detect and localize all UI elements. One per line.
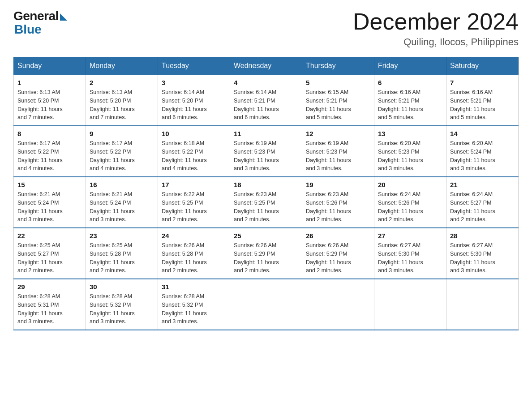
day-info: Sunrise: 6:26 AMSunset: 5:29 PMDaylight:… xyxy=(306,241,370,275)
day-info: Sunrise: 6:19 AMSunset: 5:23 PMDaylight:… xyxy=(234,139,298,173)
calendar-day-cell: 27Sunrise: 6:27 AMSunset: 5:30 PMDayligh… xyxy=(374,228,446,279)
calendar-day-cell: 26Sunrise: 6:26 AMSunset: 5:29 PMDayligh… xyxy=(302,228,374,279)
day-number: 16 xyxy=(90,181,154,188)
month-title: December 2024 xyxy=(353,9,519,34)
calendar-day-cell: 9Sunrise: 6:17 AMSunset: 5:22 PMDaylight… xyxy=(86,126,158,177)
day-info: Sunrise: 6:28 AMSunset: 5:32 PMDaylight:… xyxy=(162,292,226,326)
day-number: 5 xyxy=(306,79,370,86)
calendar-day-cell: 10Sunrise: 6:18 AMSunset: 5:22 PMDayligh… xyxy=(158,126,230,177)
day-info: Sunrise: 6:19 AMSunset: 5:23 PMDaylight:… xyxy=(306,139,370,173)
day-number: 20 xyxy=(378,181,442,188)
day-number: 18 xyxy=(234,181,298,188)
calendar-day-cell: 16Sunrise: 6:21 AMSunset: 5:24 PMDayligh… xyxy=(86,177,158,228)
calendar-week-row: 22Sunrise: 6:25 AMSunset: 5:27 PMDayligh… xyxy=(14,228,519,279)
calendar-day-header: Thursday xyxy=(302,57,374,75)
calendar-day-header: Saturday xyxy=(446,57,519,75)
calendar-day-cell: 4Sunrise: 6:14 AMSunset: 5:21 PMDaylight… xyxy=(230,75,302,126)
day-number: 4 xyxy=(234,79,298,86)
day-info: Sunrise: 6:21 AMSunset: 5:24 PMDaylight:… xyxy=(17,190,82,224)
calendar-header-row: SundayMondayTuesdayWednesdayThursdayFrid… xyxy=(14,57,519,75)
day-info: Sunrise: 6:23 AMSunset: 5:26 PMDaylight:… xyxy=(306,190,370,224)
day-number: 14 xyxy=(450,130,515,137)
day-info: Sunrise: 6:17 AMSunset: 5:22 PMDaylight:… xyxy=(90,139,154,173)
calendar-week-row: 29Sunrise: 6:28 AMSunset: 5:31 PMDayligh… xyxy=(14,279,519,330)
day-info: Sunrise: 6:16 AMSunset: 5:21 PMDaylight:… xyxy=(450,88,515,122)
day-number: 31 xyxy=(162,283,226,291)
calendar-day-cell: 8Sunrise: 6:17 AMSunset: 5:22 PMDaylight… xyxy=(14,126,86,177)
day-number: 30 xyxy=(90,283,154,291)
day-number: 12 xyxy=(306,130,370,137)
calendar-day-cell: 21Sunrise: 6:24 AMSunset: 5:27 PMDayligh… xyxy=(446,177,519,228)
day-number: 24 xyxy=(162,232,226,240)
calendar-day-cell: 22Sunrise: 6:25 AMSunset: 5:27 PMDayligh… xyxy=(14,228,86,279)
calendar-day-cell: 6Sunrise: 6:16 AMSunset: 5:21 PMDaylight… xyxy=(374,75,446,126)
calendar-day-cell: 14Sunrise: 6:20 AMSunset: 5:24 PMDayligh… xyxy=(446,126,519,177)
calendar-day-cell: 15Sunrise: 6:21 AMSunset: 5:24 PMDayligh… xyxy=(14,177,86,228)
day-info: Sunrise: 6:24 AMSunset: 5:26 PMDaylight:… xyxy=(378,190,442,224)
calendar-day-cell xyxy=(302,279,374,330)
calendar-day-cell: 31Sunrise: 6:28 AMSunset: 5:32 PMDayligh… xyxy=(158,279,230,330)
day-number: 17 xyxy=(162,181,226,188)
calendar-day-cell xyxy=(374,279,446,330)
day-info: Sunrise: 6:28 AMSunset: 5:31 PMDaylight:… xyxy=(17,292,82,326)
day-number: 26 xyxy=(306,232,370,240)
calendar-week-row: 8Sunrise: 6:17 AMSunset: 5:22 PMDaylight… xyxy=(14,126,519,177)
day-info: Sunrise: 6:22 AMSunset: 5:25 PMDaylight:… xyxy=(162,190,226,224)
day-number: 27 xyxy=(378,232,442,240)
calendar-day-cell: 23Sunrise: 6:25 AMSunset: 5:28 PMDayligh… xyxy=(86,228,158,279)
day-info: Sunrise: 6:13 AMSunset: 5:20 PMDaylight:… xyxy=(17,88,82,122)
day-info: Sunrise: 6:26 AMSunset: 5:29 PMDaylight:… xyxy=(234,241,298,275)
day-number: 1 xyxy=(17,79,82,86)
calendar-day-cell: 3Sunrise: 6:14 AMSunset: 5:20 PMDaylight… xyxy=(158,75,230,126)
day-info: Sunrise: 6:25 AMSunset: 5:28 PMDaylight:… xyxy=(90,241,154,275)
day-number: 23 xyxy=(90,232,154,240)
calendar-day-cell: 20Sunrise: 6:24 AMSunset: 5:26 PMDayligh… xyxy=(374,177,446,228)
title-section: December 2024 Quiling, Ilocos, Philippin… xyxy=(353,9,519,48)
day-info: Sunrise: 6:20 AMSunset: 5:24 PMDaylight:… xyxy=(450,139,515,173)
calendar-day-cell: 29Sunrise: 6:28 AMSunset: 5:31 PMDayligh… xyxy=(14,279,86,330)
calendar-day-header: Wednesday xyxy=(230,57,302,75)
day-number: 13 xyxy=(378,130,442,137)
calendar-day-cell: 25Sunrise: 6:26 AMSunset: 5:29 PMDayligh… xyxy=(230,228,302,279)
calendar-day-cell: 12Sunrise: 6:19 AMSunset: 5:23 PMDayligh… xyxy=(302,126,374,177)
calendar-day-cell: 2Sunrise: 6:13 AMSunset: 5:20 PMDaylight… xyxy=(86,75,158,126)
day-info: Sunrise: 6:25 AMSunset: 5:27 PMDaylight:… xyxy=(17,241,82,275)
calendar-week-row: 15Sunrise: 6:21 AMSunset: 5:24 PMDayligh… xyxy=(14,177,519,228)
calendar-week-row: 1Sunrise: 6:13 AMSunset: 5:20 PMDaylight… xyxy=(14,75,519,126)
day-info: Sunrise: 6:15 AMSunset: 5:21 PMDaylight:… xyxy=(306,88,370,122)
day-number: 2 xyxy=(90,79,154,86)
calendar-day-cell: 11Sunrise: 6:19 AMSunset: 5:23 PMDayligh… xyxy=(230,126,302,177)
day-number: 7 xyxy=(450,79,515,86)
day-info: Sunrise: 6:27 AMSunset: 5:30 PMDaylight:… xyxy=(378,241,442,275)
calendar-day-cell xyxy=(446,279,519,330)
calendar-day-cell: 17Sunrise: 6:22 AMSunset: 5:25 PMDayligh… xyxy=(158,177,230,228)
calendar-day-cell: 28Sunrise: 6:27 AMSunset: 5:30 PMDayligh… xyxy=(446,228,519,279)
calendar-day-cell: 5Sunrise: 6:15 AMSunset: 5:21 PMDaylight… xyxy=(302,75,374,126)
calendar-day-cell: 1Sunrise: 6:13 AMSunset: 5:20 PMDaylight… xyxy=(14,75,86,126)
calendar-day-cell: 18Sunrise: 6:23 AMSunset: 5:25 PMDayligh… xyxy=(230,177,302,228)
calendar-day-header: Monday xyxy=(86,57,158,75)
day-info: Sunrise: 6:28 AMSunset: 5:32 PMDaylight:… xyxy=(90,292,154,326)
page-header: General Blue December 2024 Quiling, Iloc… xyxy=(13,9,519,48)
calendar-table: SundayMondayTuesdayWednesdayThursdayFrid… xyxy=(13,57,519,330)
day-number: 8 xyxy=(17,130,82,137)
day-info: Sunrise: 6:21 AMSunset: 5:24 PMDaylight:… xyxy=(90,190,154,224)
day-number: 10 xyxy=(162,130,226,137)
logo-blue-text: Blue xyxy=(14,22,42,37)
day-info: Sunrise: 6:27 AMSunset: 5:30 PMDaylight:… xyxy=(450,241,515,275)
day-info: Sunrise: 6:14 AMSunset: 5:20 PMDaylight:… xyxy=(162,88,226,122)
day-info: Sunrise: 6:23 AMSunset: 5:25 PMDaylight:… xyxy=(234,190,298,224)
day-info: Sunrise: 6:14 AMSunset: 5:21 PMDaylight:… xyxy=(234,88,298,122)
calendar-day-cell: 30Sunrise: 6:28 AMSunset: 5:32 PMDayligh… xyxy=(86,279,158,330)
day-info: Sunrise: 6:18 AMSunset: 5:22 PMDaylight:… xyxy=(162,139,226,173)
day-number: 28 xyxy=(450,232,515,240)
day-info: Sunrise: 6:17 AMSunset: 5:22 PMDaylight:… xyxy=(17,139,82,173)
location-title: Quiling, Ilocos, Philippines xyxy=(353,36,519,48)
day-number: 11 xyxy=(234,130,298,137)
day-number: 22 xyxy=(17,232,82,240)
day-number: 29 xyxy=(17,283,82,291)
day-info: Sunrise: 6:26 AMSunset: 5:28 PMDaylight:… xyxy=(162,241,226,275)
day-info: Sunrise: 6:20 AMSunset: 5:23 PMDaylight:… xyxy=(378,139,442,173)
day-number: 3 xyxy=(162,79,226,86)
day-info: Sunrise: 6:24 AMSunset: 5:27 PMDaylight:… xyxy=(450,190,515,224)
